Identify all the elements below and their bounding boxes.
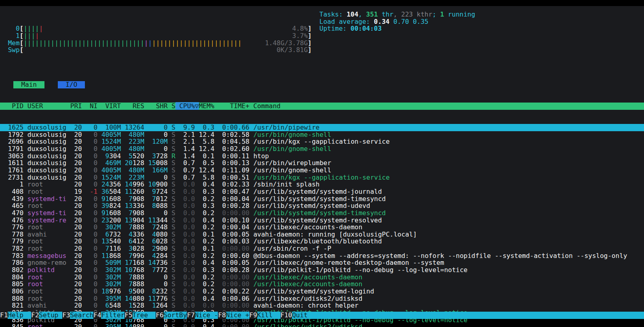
- tab-main[interactable]: Main: [13, 81, 44, 88]
- process-row[interactable]: 1761 duxsolusig 20 0 4005M 480M 166M S 0…: [0, 167, 644, 174]
- info-segment: 351: [366, 10, 378, 18]
- pid-cell: 1792: [4, 131, 23, 138]
- fn-button-tree[interactable]: Tree: [133, 312, 156, 319]
- mem-value: 0: [148, 280, 168, 288]
- mem-value: 0: [148, 273, 168, 281]
- mem-pct-cell: 0.4: [199, 180, 215, 188]
- fn-button-filter[interactable]: Filter: [101, 312, 125, 319]
- info-segment: ,: [393, 10, 401, 18]
- process-row[interactable]: 2731 duxsolusig 20 0 1524M 223M 0 S 0.7 …: [0, 174, 644, 181]
- mem-value: 768: [133, 266, 144, 274]
- user-cell: systemd-re: [27, 216, 66, 224]
- mem-value: 91: [101, 195, 109, 203]
- fn-key-f6: F6: [156, 312, 163, 319]
- mem-value: 11: [125, 188, 133, 195]
- state-cell: S: [171, 131, 175, 138]
- time-cell: 0:02.33: [218, 180, 249, 188]
- process-row[interactable]: 804 root 20 0 302M 7888 0 S 0.0 0.2 0:00…: [0, 274, 644, 281]
- process-row[interactable]: 2696 duxsolusig 20 0 1524M 223M 120M S 2…: [0, 138, 644, 145]
- fn-button-help[interactable]: Help: [8, 312, 31, 319]
- time-cell: 0:00.00: [218, 209, 249, 217]
- user-cell: root: [27, 273, 66, 281]
- tab-io[interactable]: I/O: [58, 81, 85, 88]
- mem-value: 344: [156, 216, 168, 224]
- time-cell: 0:00.05: [218, 259, 249, 266]
- fn-button-search[interactable]: Search: [70, 312, 93, 319]
- process-row[interactable]: 782 root 20 0 7116 3028 2900 S 0.0 0.1 0…: [0, 245, 644, 252]
- cpu-cell: 0.0: [179, 259, 195, 266]
- mem-pct-cell: 0.2: [199, 209, 215, 217]
- pri-cell: 20: [70, 152, 82, 160]
- mem-pct-cell: 0.0: [199, 302, 215, 309]
- state-cell: S: [171, 159, 175, 167]
- pri-cell: 20: [70, 145, 82, 153]
- fn-button-quit[interactable]: Quit: [292, 312, 644, 319]
- process-row[interactable]: 465 root 20 0 39824 13336 8088 S 0.0 0.3…: [0, 202, 644, 210]
- user-cell: duxsolusig: [27, 159, 66, 167]
- mem-value: 996: [133, 252, 144, 260]
- time-cell: 0:04.58: [218, 138, 249, 145]
- cpu-cell: 0.0: [179, 273, 195, 281]
- mem-value: 732: [109, 231, 121, 238]
- ni-cell: 0: [86, 202, 97, 210]
- fn-button-setup[interactable]: Setup: [39, 312, 62, 319]
- mem-value: 528: [133, 302, 144, 309]
- process-row[interactable]: 778 avahi 20 0 6732 4336 4080 S 0.0 0.1 …: [0, 231, 644, 238]
- fn-button-nice-[interactable]: Nice -: [195, 312, 218, 319]
- sort-column-cpu[interactable]: CPU%▽: [175, 102, 199, 110]
- info-segment: Uptime:: [319, 25, 351, 32]
- process-row[interactable]: 779 root 20 0 13540 6412 6028 S 0.0 0.2 …: [0, 238, 644, 245]
- pri-cell: 20: [70, 216, 82, 224]
- process-row[interactable]: 408 root 19 -1 36504 11260 9724 S 0.0 0.…: [0, 188, 644, 195]
- mem-value: 6: [101, 231, 109, 238]
- meter-value: 3.7%: [292, 32, 308, 40]
- fn-key-f3: F3: [62, 312, 70, 319]
- mem-value: 480M: [125, 145, 144, 153]
- process-row[interactable]: 821 avahi 20 0 6548 1528 1264 S 0.0 0.0 …: [0, 302, 644, 309]
- mem-value: 1: [148, 302, 156, 309]
- process-row[interactable]: 806 root 20 0 18976 9500 8232 S 0.0 0.2 …: [0, 288, 644, 295]
- time-cell: 0:00.05: [218, 231, 249, 238]
- mem-value: 4: [148, 231, 156, 238]
- ni-cell: 0: [86, 174, 97, 181]
- mem-pct-cell: 0.2: [199, 195, 215, 203]
- mem-value: 900: [156, 245, 168, 252]
- command-cell: avahi-daemon: running [duxsolusigPC.loca…: [253, 231, 417, 238]
- process-row[interactable]: 1 root 20 0 24356 14996 10900 S 0.0 0.4 …: [0, 181, 644, 188]
- process-row[interactable]: 845 root 20 0 395M 14080 0 S 0.0 0.4 0:0…: [0, 323, 644, 327]
- process-row[interactable]: 1791 duxsolusig 20 0 4005M 480M 0 S 1.4 …: [0, 145, 644, 153]
- command-cell: @dbus-daemon --system --address=systemd:…: [253, 252, 627, 260]
- cpu-cell: 0.0: [179, 280, 195, 288]
- meter-label: Mem: [4, 39, 20, 47]
- ni-cell: 0: [86, 152, 97, 160]
- fn-button-sortby[interactable]: SortBy: [164, 312, 187, 319]
- info-segment: Load average:: [319, 18, 374, 25]
- process-row[interactable]: 786 gnome-remo 20 0 509M 17168 14736 S 0…: [0, 259, 644, 266]
- process-row[interactable]: 808 root 20 0 395M 14080 11776 S 0.0 0.4…: [0, 295, 644, 302]
- process-row[interactable]: 439 systemd-ti 20 0 91608 7908 7012 S 0.…: [0, 195, 644, 203]
- fn-button-nice-[interactable]: Nice +: [226, 312, 249, 319]
- state-cell: S: [171, 252, 175, 260]
- process-row[interactable]: 805 root 20 0 302M 7888 0 S 0.0 0.2 0:00…: [0, 281, 644, 288]
- process-row[interactable]: 3063 duxsolusig 20 0 9304 5520 3728 R 1.…: [0, 153, 644, 160]
- process-row[interactable]: 1611 duxsolusig 20 0 469M 20128 15008 S …: [0, 159, 644, 167]
- process-row[interactable]: 476 systemd-re 20 0 23200 13904 11344 S …: [0, 217, 644, 224]
- process-row[interactable]: 1625 duxsolusig 20 0 100M 13264 0 S 9.9 …: [0, 124, 644, 131]
- process-row[interactable]: 802 polkitd 20 0 302M 10768 7772 S 0.0 0…: [0, 266, 644, 274]
- mem-value: 7: [125, 252, 133, 260]
- time-cell: 0:02.58: [218, 131, 249, 138]
- fn-button-kill[interactable]: Kill: [257, 312, 281, 319]
- state-cell: S: [171, 216, 175, 224]
- mem-pct-cell: 0.4: [199, 259, 215, 266]
- pid-cell: 776: [4, 223, 23, 231]
- mem-value: 302M: [101, 273, 121, 281]
- process-row[interactable]: 776 root 20 0 302M 7888 7248 S 0.0 0.2 0…: [0, 224, 644, 231]
- process-row[interactable]: 470 systemd-ti 20 0 91608 7908 0 S 0.0 0…: [0, 210, 644, 217]
- mem-value: 9: [148, 188, 156, 195]
- meter-value: 4.8%: [292, 25, 308, 32]
- mem-value: 976: [109, 287, 121, 295]
- uptime-line: Uptime: 00:04:03: [319, 25, 475, 32]
- process-row[interactable]: 783 messagebus 20 0 11868 7996 4284 S 0.…: [0, 252, 644, 260]
- process-row[interactable]: 1792 duxsolusig 20 0 4005M 480M 0 S 2.1 …: [0, 131, 644, 138]
- table-header[interactable]: PID USER PRI NI VIRT RES SHR S CPU%▽MEM%…: [0, 103, 644, 110]
